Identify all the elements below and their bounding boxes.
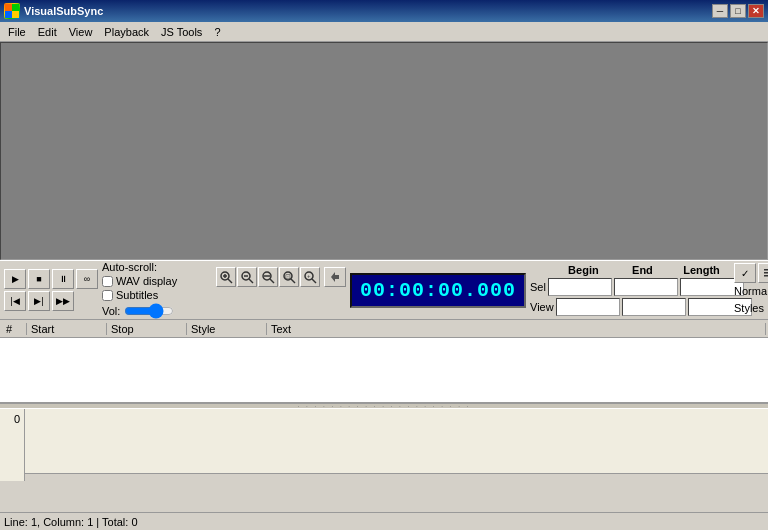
view-label: View [530,301,554,313]
svg-rect-3 [12,11,19,18]
sel-timing-row: Sel [530,278,730,296]
next-frame-button[interactable]: ▶| [28,291,50,311]
loop-button[interactable]: ∞ [76,269,98,289]
subtitles-row: Subtitles [102,289,212,301]
close-button[interactable]: ✕ [748,4,764,18]
svg-marker-20 [331,272,339,282]
right-panel: ✓ Norma Styles [734,263,768,317]
title-left: VisualSubSync [4,3,103,19]
sel-label: Sel [530,281,546,293]
line-num-0: 0 [0,411,24,427]
begin-col-label: Begin [555,264,612,276]
styles-label: Styles [734,302,764,314]
video-area [0,42,768,260]
next-button[interactable]: ▶▶ [52,291,74,311]
col-header-style: Style [187,323,267,335]
autoscroll-label: Auto-scroll: [102,261,157,273]
menu-bar: File Edit View Playback JS Tools ? [0,22,768,42]
view-timing-row: View [530,298,730,316]
zoom-out-button[interactable] [237,267,257,287]
menu-help[interactable]: ? [208,24,226,40]
svg-text:+: + [307,273,311,279]
pause-button[interactable]: ⏸ [52,269,74,289]
prev-button[interactable]: |◀ [4,291,26,311]
svg-rect-2 [5,11,12,18]
options-panel: Auto-scroll: WAV display Subtitles Vol: [102,263,212,317]
waveform-scroll-button[interactable] [324,267,346,287]
maximize-button[interactable]: □ [730,4,746,18]
subtitle-list[interactable] [0,338,768,403]
transport-row1: ▶ ■ ⏸ ∞ [4,269,98,289]
col-header-start: Start [27,323,107,335]
stop-button[interactable]: ■ [28,269,50,289]
svg-line-9 [249,279,253,283]
svg-line-12 [270,279,274,283]
menu-jstools[interactable]: JS Tools [155,24,208,40]
status-text: Line: 1, Column: 1 | Total: 0 [4,516,138,528]
wav-display-checkbox[interactable] [102,276,113,287]
check-button[interactable]: ✓ [734,263,756,283]
sel-begin-input[interactable] [548,278,612,296]
zoom-buttons: ⊡ + [216,267,320,287]
check-buttons: ✓ [734,263,768,283]
wav-display-row: WAV display [102,275,212,287]
view-end-input[interactable] [622,298,686,316]
subtitles-checkbox[interactable] [102,290,113,301]
waveform-scroll-panel [324,263,346,317]
vol-row: Vol: [102,303,212,319]
volume-slider[interactable] [124,303,174,319]
list-button[interactable] [758,263,768,283]
title-text: VisualSubSync [24,5,103,17]
view-begin-input[interactable] [556,298,620,316]
timecode-panel: 00:00:00.000 [350,263,526,317]
zoom-fit-v-button[interactable]: ⊡ [279,267,299,287]
svg-rect-21 [764,269,768,271]
title-bar: VisualSubSync ─ □ ✕ [0,0,768,22]
svg-rect-0 [5,4,12,11]
title-buttons: ─ □ ✕ [712,4,764,18]
line-number-column: 0 [0,409,25,481]
zoom-in-button[interactable] [216,267,236,287]
svg-rect-22 [764,272,768,274]
waveform-scroll-indicator[interactable] [25,473,768,481]
end-col-label: End [614,264,671,276]
menu-view[interactable]: View [63,24,99,40]
svg-rect-1 [12,4,19,11]
menu-playback[interactable]: Playback [98,24,155,40]
svg-line-5 [228,279,232,283]
transport-controls: ▶ ■ ⏸ ∞ |◀ ▶| ▶▶ [4,263,98,317]
normal-label: Norma [734,285,767,297]
svg-rect-23 [764,275,768,277]
column-headers: # Start Stop Style Text [0,320,768,338]
normal-display: Norma [734,285,768,297]
waveform-display[interactable] [25,409,768,481]
menu-file[interactable]: File [2,24,32,40]
subtitles-label: Subtitles [116,289,158,301]
waveform-area: 0 [0,409,768,481]
zoom-panel: ⊡ + [216,263,320,317]
status-bar: Line: 1, Column: 1 | Total: 0 [0,512,768,530]
app-icon [4,3,20,19]
transport-row2: |◀ ▶| ▶▶ [4,291,98,311]
zoom-fit-h-button[interactable] [258,267,278,287]
sel-end-input[interactable] [614,278,678,296]
timing-panel: Begin End Length Sel View [530,263,730,317]
svg-text:⊡: ⊡ [285,273,291,280]
controls-area: ▶ ■ ⏸ ∞ |◀ ▶| ▶▶ Auto-scroll: WAV displa… [0,260,768,320]
timing-header: Begin End Length [530,264,730,276]
wav-display-label: WAV display [116,275,177,287]
play-button[interactable]: ▶ [4,269,26,289]
autoscroll-row: Auto-scroll: [102,261,212,273]
minimize-button[interactable]: ─ [712,4,728,18]
menu-edit[interactable]: Edit [32,24,63,40]
svg-line-15 [291,279,295,283]
length-col-label: Length [673,264,730,276]
styles-row: Styles [734,299,768,317]
zoom-sel-button[interactable]: + [300,267,320,287]
svg-line-18 [312,279,316,283]
vol-label: Vol: [102,305,120,317]
col-header-text: Text [267,323,766,335]
col-header-stop: Stop [107,323,187,335]
timecode-display: 00:00:00.000 [350,273,526,308]
col-header-num: # [2,323,27,335]
